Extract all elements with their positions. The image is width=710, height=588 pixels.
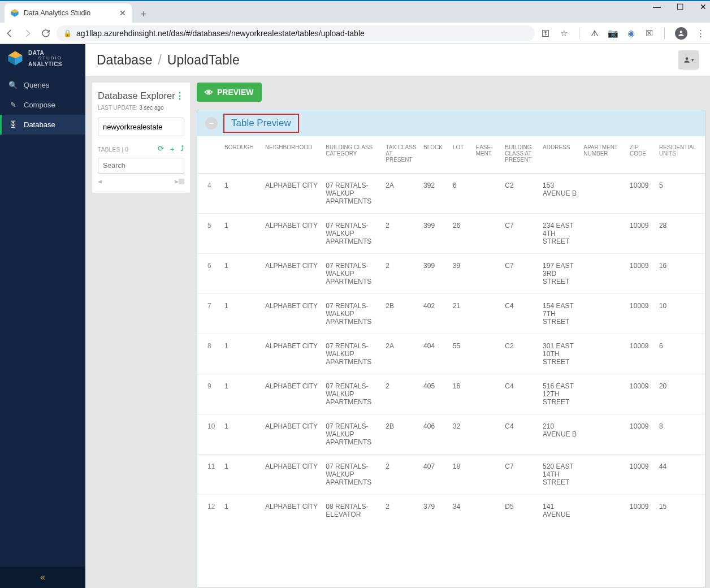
close-window-button[interactable]: ✕ bbox=[700, 2, 707, 11]
add-icon[interactable]: ＋ bbox=[168, 144, 176, 154]
explorer-menu-icon[interactable]: ⋮ bbox=[175, 90, 184, 101]
table-cell bbox=[472, 334, 501, 374]
sidebar-item-compose[interactable]: ✎ Compose bbox=[0, 95, 85, 115]
table-cell: ALPHABET CITY bbox=[262, 294, 322, 334]
table-cell: 1 bbox=[221, 414, 262, 455]
url-bar: 🔒 ag1llap.azurehdinsight.net/das/#/datab… bbox=[0, 23, 710, 44]
table-cell: 10009 bbox=[626, 334, 656, 374]
sidebar-item-label: Compose bbox=[24, 101, 55, 109]
table-cell bbox=[472, 455, 501, 495]
table-row: 71ALPHABET CITY07 RENTALS- WALKUP APARTM… bbox=[197, 294, 705, 334]
preview-button[interactable]: 👁 PREVIEW bbox=[197, 83, 262, 102]
database-name-input[interactable] bbox=[98, 118, 184, 136]
table-cell: 10 bbox=[656, 294, 705, 334]
url-text: ag1llap.azurehdinsight.net/das/#/databas… bbox=[76, 29, 528, 38]
table-cell: 15 bbox=[656, 495, 705, 527]
extension-icon-2[interactable]: ☒ bbox=[644, 28, 654, 38]
app-logo: DATA STUDIO ANALYTICS bbox=[0, 44, 85, 75]
reload-button[interactable] bbox=[41, 28, 51, 38]
record-icon[interactable]: ◉ bbox=[626, 28, 636, 38]
preview-table: BOROUGHNEIGHBORHOODBUILDING CLASS CATEGO… bbox=[197, 136, 705, 526]
upload-icon[interactable]: ⤴ bbox=[180, 144, 184, 154]
browser-menu-icon[interactable]: ⋮ bbox=[695, 28, 705, 38]
table-cell bbox=[472, 174, 501, 214]
sidebar-item-database[interactable]: 🗄 Database bbox=[0, 115, 85, 135]
table-cell bbox=[472, 374, 501, 414]
table-cell: 10009 bbox=[626, 254, 656, 294]
table-cell: 39 bbox=[449, 254, 473, 294]
table-cell: 379 bbox=[420, 495, 449, 527]
panel-title-highlight: Table Preview bbox=[223, 114, 299, 133]
browser-toolbar-icons: ⚿ ☆ ᗑ 📷 ◉ ☒ ⋮ bbox=[540, 27, 705, 40]
sidebar-collapse-button[interactable]: « bbox=[0, 567, 85, 588]
table-cell: 07 RENTALS- WALKUP APARTMENTS bbox=[322, 455, 382, 495]
column-header: EASE-MENT bbox=[472, 136, 501, 174]
column-header: ADDRESS bbox=[539, 136, 580, 174]
table-cell: 141 AVENUE bbox=[539, 495, 580, 527]
key-icon[interactable]: ⚿ bbox=[540, 28, 551, 38]
bookmark-star-icon[interactable]: ☆ bbox=[559, 28, 569, 38]
table-cell: 16 bbox=[656, 254, 705, 294]
table-cell: 154 EAST 7TH STREET bbox=[539, 294, 580, 334]
tab-close-icon[interactable]: ✕ bbox=[119, 8, 126, 18]
back-button[interactable] bbox=[5, 28, 15, 38]
table-cell: 2A bbox=[382, 174, 420, 214]
table-cell: 301 EAST 10TH STREET bbox=[539, 334, 580, 374]
compose-icon: ✎ bbox=[9, 101, 17, 109]
refresh-icon[interactable]: ⟳ bbox=[158, 144, 164, 154]
table-cell: 7 bbox=[197, 294, 221, 334]
eye-icon: 👁 bbox=[205, 88, 213, 97]
table-cell: 2B bbox=[382, 414, 420, 455]
column-header bbox=[197, 136, 221, 174]
forward-button[interactable] bbox=[23, 28, 33, 38]
browser-tab-active[interactable]: Data Analytics Studio ✕ bbox=[5, 3, 132, 23]
table-cell: C7 bbox=[501, 214, 539, 254]
profile-avatar-icon[interactable] bbox=[675, 27, 687, 40]
logo-cube-icon bbox=[7, 50, 24, 67]
table-cell: 12 bbox=[197, 495, 221, 527]
table-cell: 10009 bbox=[626, 174, 656, 214]
caret-down-icon: ▾ bbox=[691, 57, 694, 63]
table-cell: 1 bbox=[221, 254, 262, 294]
database-explorer-panel: Database Explorer ⋮ LAST UPDATE:3 sec ag… bbox=[92, 83, 190, 193]
table-cell: 18 bbox=[449, 455, 473, 495]
table-cell: 406 bbox=[420, 414, 449, 455]
table-row: 101ALPHABET CITY07 RENTALS- WALKUP APART… bbox=[197, 414, 705, 455]
column-header: NEIGHBORHOOD bbox=[262, 136, 322, 174]
table-cell bbox=[580, 495, 626, 527]
tables-search-input[interactable] bbox=[98, 158, 184, 174]
chevron-left-icon[interactable]: ◀ bbox=[98, 179, 102, 184]
table-cell: ALPHABET CITY bbox=[262, 414, 322, 455]
table-cell: 07 RENTALS- WALKUP APARTMENTS bbox=[322, 214, 382, 254]
table-cell: 10009 bbox=[626, 414, 656, 455]
maximize-button[interactable]: ☐ bbox=[677, 2, 684, 11]
panel-collapse-button[interactable]: − bbox=[205, 117, 218, 129]
table-cell: 07 RENTALS- WALKUP APARTMENTS bbox=[322, 414, 382, 455]
explorer-hscroll[interactable]: ◀ ▶ bbox=[98, 178, 184, 185]
table-cell: ALPHABET CITY bbox=[262, 174, 322, 214]
table-cell: 5 bbox=[656, 174, 705, 214]
table-cell: 16 bbox=[449, 374, 473, 414]
table-scroll-area[interactable]: BOROUGHNEIGHBORHOODBUILDING CLASS CATEGO… bbox=[197, 136, 705, 587]
sidebar-item-queries[interactable]: 🔍 Queries bbox=[0, 75, 85, 95]
table-cell bbox=[472, 414, 501, 455]
table-cell: 07 RENTALS- WALKUP APARTMENTS bbox=[322, 334, 382, 374]
new-tab-button[interactable]: + bbox=[135, 6, 152, 23]
table-cell: 8 bbox=[656, 414, 705, 455]
explorer-title: Database Explorer bbox=[98, 90, 175, 101]
table-cell: 404 bbox=[420, 334, 449, 374]
chevron-right-icon[interactable]: ▶ bbox=[175, 179, 179, 184]
camera-icon[interactable]: 📷 bbox=[608, 28, 618, 38]
minimize-button[interactable]: — bbox=[653, 2, 661, 11]
extension-icon-1[interactable]: ᗑ bbox=[590, 28, 600, 38]
table-cell bbox=[580, 294, 626, 334]
breadcrumb-root[interactable]: Database bbox=[97, 53, 152, 68]
address-bar[interactable]: 🔒 ag1llap.azurehdinsight.net/das/#/datab… bbox=[57, 25, 535, 41]
window-controls: — ☐ ✕ bbox=[653, 2, 707, 11]
table-row: 111ALPHABET CITY07 RENTALS- WALKUP APART… bbox=[197, 455, 705, 495]
user-menu-button[interactable]: ▾ bbox=[678, 50, 699, 70]
table-cell bbox=[580, 414, 626, 455]
table-cell bbox=[580, 374, 626, 414]
table-row: 91ALPHABET CITY07 RENTALS- WALKUP APARTM… bbox=[197, 374, 705, 414]
table-cell: 520 EAST 14TH STREET bbox=[539, 455, 580, 495]
